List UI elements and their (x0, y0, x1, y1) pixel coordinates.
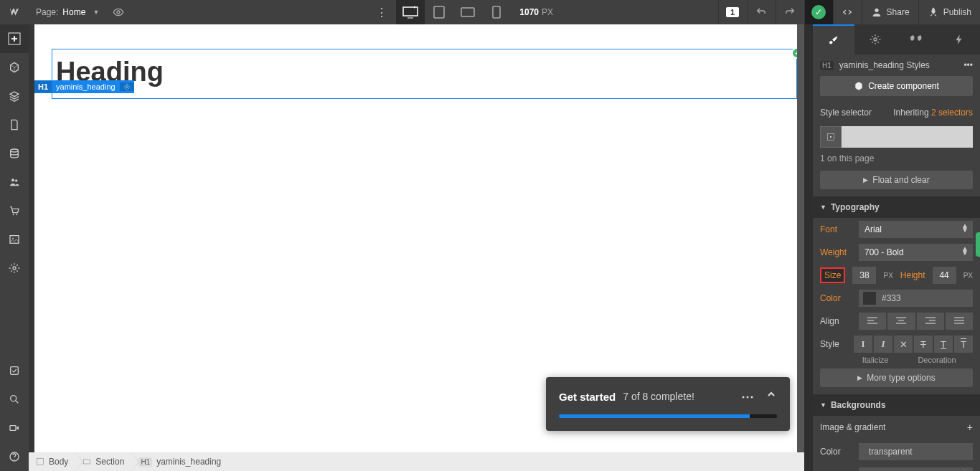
canvas-dimensions[interactable]: 1070 PX (511, 7, 562, 17)
color-swatch (863, 292, 876, 305)
selector-state-icon[interactable] (820, 126, 842, 148)
chevron-down-icon: ▼ (820, 204, 826, 211)
redo-button[interactable] (776, 0, 804, 24)
top-right-controls: 1 ✓ Share Publish (718, 0, 980, 24)
help-button[interactable] (0, 442, 29, 471)
breadcrumb-section[interactable]: Section (75, 452, 131, 471)
align-right-button[interactable] (917, 313, 944, 330)
status-ok[interactable]: ✓ (804, 0, 833, 24)
canvas-scrollbar[interactable] (797, 24, 804, 452)
typography-section-header[interactable]: ▼ Typography (813, 196, 980, 218)
backgrounds-section-header[interactable]: ▼ Backgrounds (813, 394, 980, 416)
svg-point-16 (11, 396, 17, 401)
align-left-button[interactable] (859, 313, 886, 330)
add-bg-button[interactable]: + (967, 422, 973, 433)
settings-button[interactable] (0, 254, 29, 282)
panel-drag-handle[interactable] (976, 232, 980, 257)
bolt-icon (953, 34, 965, 45)
weight-label[interactable]: Weight (820, 247, 852, 257)
device-tablet[interactable] (425, 0, 453, 24)
webflow-logo[interactable] (0, 0, 29, 24)
pages-button[interactable] (0, 110, 29, 139)
bg-color-input[interactable]: transparent (859, 443, 973, 460)
search-icon (9, 394, 20, 405)
cube-icon (9, 62, 20, 73)
selector-input[interactable] (820, 126, 973, 148)
page-selector[interactable]: Page: Home ▼ (29, 0, 106, 24)
selection-label[interactable]: H1 yaminis_heading (34, 80, 134, 93)
height-input[interactable]: 44 (933, 267, 956, 284)
cube-icon (854, 81, 864, 91)
cms-button[interactable] (0, 139, 29, 168)
overline-button[interactable]: T (954, 336, 973, 353)
color-label[interactable]: Color (820, 293, 852, 303)
float-clear-button[interactable]: ▶ Float and clear (820, 171, 973, 189)
weight-select[interactable]: 700 - Bold ▲▼ (859, 244, 973, 261)
tab-style[interactable] (813, 24, 854, 54)
size-input[interactable]: 38 (852, 267, 876, 284)
clipping-select[interactable]: None ▲▼ (859, 467, 973, 471)
ecommerce-button[interactable] (0, 196, 29, 225)
align-justify-button[interactable] (946, 313, 973, 330)
align-center-button[interactable] (887, 313, 915, 330)
size-height-row: Size 38 PX Height 44 PX (813, 264, 980, 287)
height-unit[interactable]: PX (963, 272, 973, 280)
tab-effects[interactable] (938, 24, 980, 54)
italic-off-button[interactable]: I (854, 336, 872, 353)
database-icon (9, 148, 20, 159)
device-desktop[interactable] (396, 0, 425, 24)
undo-icon (755, 6, 767, 18)
style-header-menu[interactable]: ••• (963, 60, 973, 70)
panel-scroll[interactable]: H1 yaminis_heading Styles ••• Create com… (813, 54, 980, 471)
tab-interactions[interactable] (897, 24, 938, 54)
navigator-button[interactable] (0, 82, 29, 110)
toast-progress-text: 7 of 8 complete! (623, 391, 694, 402)
strikethrough-button[interactable]: T (914, 336, 933, 353)
inheriting-count[interactable]: 2 selectors (931, 108, 973, 118)
undo-button[interactable] (747, 0, 776, 24)
assets-button[interactable] (0, 225, 29, 254)
underline-icon: T (941, 339, 946, 350)
create-component-button[interactable]: Create component (820, 76, 973, 96)
audit-button[interactable] (0, 356, 29, 385)
selector-field[interactable] (842, 126, 973, 148)
underline-button[interactable]: T (934, 336, 953, 353)
height-label[interactable]: Height (900, 270, 925, 280)
decoration-none-button[interactable]: ✕ (894, 336, 913, 353)
search-button[interactable] (0, 385, 29, 414)
breadcrumb-element[interactable]: H1 yaminis_heading (131, 452, 228, 471)
select-chevrons-icon: ▲▼ (961, 247, 969, 255)
svg-point-21 (874, 38, 877, 41)
size-label[interactable]: Size (820, 267, 845, 283)
breadcrumb-body[interactable]: Body (29, 452, 75, 471)
selection-settings[interactable] (120, 82, 134, 91)
export-code-button[interactable] (833, 0, 862, 24)
toast-collapse[interactable] (765, 389, 777, 404)
svg-point-8 (11, 179, 14, 181)
eye-icon (113, 6, 124, 18)
add-element-button[interactable] (0, 24, 29, 53)
device-tablet-landscape[interactable] (453, 0, 482, 24)
video-button[interactable] (0, 414, 29, 442)
users-icon (9, 176, 20, 188)
more-type-button[interactable]: ▶ More type options (820, 368, 973, 387)
tab-settings[interactable] (854, 24, 896, 54)
svg-rect-17 (10, 426, 16, 431)
page-label: Page: (36, 7, 58, 17)
users-button[interactable] (0, 168, 29, 196)
symbols-button[interactable] (0, 53, 29, 82)
device-mobile[interactable] (482, 0, 511, 24)
font-row: Font Arial ▲▼ (813, 218, 980, 241)
color-input[interactable]: #333 (859, 290, 973, 307)
size-unit[interactable]: PX (883, 272, 892, 280)
font-select[interactable]: Arial ▲▼ (859, 221, 973, 238)
share-button[interactable]: Share (862, 0, 918, 24)
italic-on-button[interactable]: I (874, 336, 892, 353)
device-toolbar: ⋮ 1070 PX (367, 0, 562, 24)
more-menu[interactable]: ⋮ (367, 0, 396, 24)
preview-button[interactable] (106, 6, 131, 18)
toast-menu[interactable]: ⋯ (741, 389, 754, 404)
changes-count[interactable]: 1 (718, 0, 747, 24)
font-label[interactable]: Font (820, 224, 852, 234)
publish-button[interactable]: Publish (918, 0, 980, 24)
